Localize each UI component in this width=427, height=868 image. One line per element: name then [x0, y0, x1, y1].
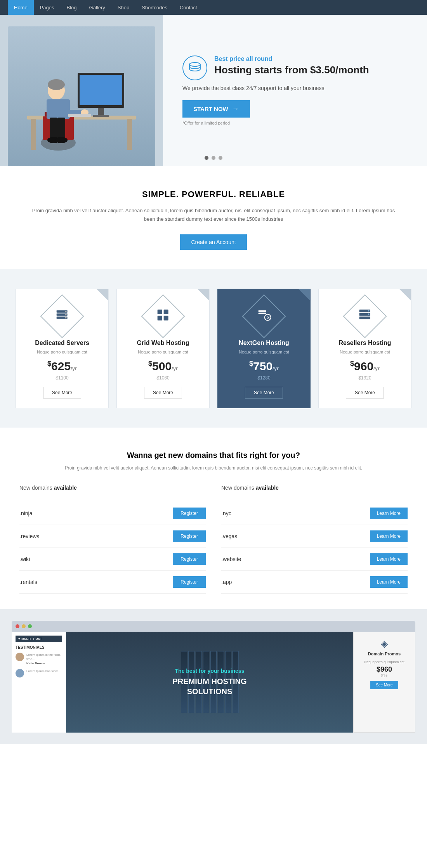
create-account-button[interactable]: Create an Account: [180, 234, 246, 250]
card-old-price: $1100: [24, 375, 101, 381]
svg-rect-1: [31, 119, 36, 150]
domain-row-reviews: .reviews Register: [19, 525, 206, 548]
nav-blog[interactable]: Blog: [61, 0, 83, 15]
domain-name: .reviews: [19, 533, 39, 539]
dedicated-server-icon: [40, 295, 84, 338]
side-domain-panel: ◈ Domain Promos Nequeporro quisquam est …: [353, 632, 415, 733]
see-more-button-resellers[interactable]: See More: [346, 387, 384, 398]
svg-rect-28: [164, 310, 168, 314]
hosting-card-dedicated: Dedicated Servers Neque porro quisquam e…: [16, 289, 109, 408]
svg-point-20: [189, 62, 200, 66]
svg-rect-5: [98, 108, 104, 116]
overlay-tagline: The best for your business: [172, 668, 246, 674]
nav-contact[interactable]: Contact: [174, 0, 203, 15]
svg-rect-12: [47, 99, 70, 119]
svg-text:G: G: [267, 315, 270, 320]
card-corner-accent: [97, 289, 108, 301]
domain-name: .app: [221, 579, 232, 585]
domains-right-col: New domains available .nyc Learn More .v…: [221, 485, 408, 594]
nav-home[interactable]: Home: [8, 0, 34, 15]
hosting-section: Dedicated Servers Neque porro quisquam e…: [0, 269, 427, 428]
see-more-button-nextgen[interactable]: See More: [245, 387, 283, 398]
domain-name: .rentals: [19, 579, 37, 585]
resellers-hosting-icon: [343, 295, 387, 338]
domain-name: .ninja: [19, 510, 32, 516]
preview-overlay: The best for your business PREMIUM HOSTI…: [172, 668, 246, 696]
domain-row-nyc: .nyc Learn More: [221, 502, 408, 525]
svg-rect-15: [68, 114, 91, 117]
hero-section: Best price all round Hosting starts from…: [0, 15, 427, 166]
svg-rect-30: [164, 316, 168, 321]
domains-subtext: Proin gravida nibh vel velit auctor aliq…: [19, 465, 408, 471]
register-button-reviews[interactable]: Register: [173, 530, 206, 542]
browser-maximize-dot: [28, 624, 32, 628]
side-panel-old-price: $1+: [381, 674, 388, 678]
nav-shortcodes[interactable]: Shortcodes: [135, 0, 174, 15]
learn-more-button-nyc[interactable]: Learn More: [370, 508, 408, 519]
domain-row-website: .website Learn More: [221, 548, 408, 571]
card-title: Grid Web Hosting: [125, 340, 201, 347]
see-more-button-dedicated[interactable]: See More: [43, 387, 81, 398]
overlay-title: PREMIUM HOSTING SOLUTIONS: [172, 676, 246, 696]
browser-bar: [12, 621, 415, 632]
domain-row-wiki: .wiki Register: [19, 548, 206, 571]
register-button-ninja[interactable]: Register: [173, 508, 206, 519]
hero-dot-3[interactable]: [219, 156, 222, 160]
card-corner-accent: [198, 289, 209, 301]
svg-rect-31: [259, 310, 266, 312]
domains-grid: New domains available .ninja Register .r…: [19, 485, 408, 594]
learn-more-button-app[interactable]: Learn More: [370, 576, 408, 588]
avatar-2: [16, 669, 24, 677]
domain-name: .website: [221, 556, 241, 562]
nav-pages[interactable]: Pages: [34, 0, 61, 15]
section-heading: SIMPLE. POWERFUL. RELIABLE: [31, 189, 396, 199]
nextgen-hosting-icon: G: [242, 295, 286, 338]
hosting-cards-grid: Dedicated Servers Neque porro quisquam e…: [12, 289, 415, 408]
see-more-button-grid[interactable]: See More: [144, 387, 182, 398]
nav-shop[interactable]: Shop: [111, 0, 135, 15]
grid-hosting-icon: [141, 295, 185, 338]
hosting-card-resellers: Resellers Hosting Neque porro quisquam e…: [318, 289, 411, 408]
hero-offer-note: *Offer for a limited period: [182, 121, 408, 125]
side-panel-button[interactable]: See More: [370, 681, 398, 689]
hosting-card-grid: Grid Web Hosting Neque porro quisquam es…: [116, 289, 210, 408]
testimonials-heading: TESTIMONIALS: [16, 645, 62, 650]
svg-rect-29: [158, 316, 162, 321]
side-panel-desc: Nequeporro quisquam est: [364, 660, 404, 664]
domain-promo-icon: ◈: [381, 638, 388, 649]
domains-right-header: New domains available: [221, 485, 408, 495]
card-old-price: $1280: [226, 375, 302, 381]
svg-rect-2: [127, 119, 132, 150]
svg-rect-17: [57, 118, 65, 139]
nav-gallery[interactable]: Gallery: [83, 0, 111, 15]
svg-rect-4: [80, 75, 122, 105]
learn-more-button-vegas[interactable]: Learn More: [370, 530, 408, 542]
register-button-wiki[interactable]: Register: [173, 553, 206, 565]
hero-dot-1[interactable]: [205, 156, 208, 160]
register-button-rentals[interactable]: Register: [173, 576, 206, 588]
domains-section: Wanna get new domains that fits right fo…: [0, 428, 427, 609]
svg-rect-37: [359, 317, 370, 319]
start-now-button[interactable]: START NOW →: [182, 100, 250, 118]
hero-tagline: Best price all round: [214, 55, 369, 62]
card-price: $750/yr: [226, 360, 302, 373]
side-panel-price: $960: [377, 665, 392, 674]
learn-more-button-website[interactable]: Learn More: [370, 553, 408, 565]
domain-row-ninja: .ninja Register: [19, 502, 206, 525]
hero-dot-2[interactable]: [212, 156, 215, 160]
browser-mockup: ✦ MULTI · HOST TESTIMONIALS Lorem Ipsum …: [12, 621, 415, 733]
mini-nav: ✦ MULTI · HOST: [16, 636, 62, 642]
testimonial-item-2: Lorem Ipsum has since...: [16, 669, 62, 677]
card-price: $960/yr: [326, 360, 403, 373]
card-corner-accent: [299, 289, 310, 301]
preview-section: ✦ MULTI · HOST TESTIMONIALS Lorem Ipsum …: [0, 609, 427, 744]
card-old-price: $1060: [125, 375, 201, 381]
simple-powerful-section: SIMPLE. POWERFUL. RELIABLE Proin gravida…: [0, 166, 427, 269]
svg-point-11: [48, 79, 65, 90]
avatar-1: [16, 653, 24, 661]
svg-point-19: [55, 137, 68, 143]
svg-rect-32: [259, 313, 266, 314]
testimonial-item-1: Lorem Ipsum is the folds, whe... Katie B…: [16, 653, 62, 665]
browser-left-panel: ✦ MULTI · HOST TESTIMONIALS Lorem Ipsum …: [12, 632, 66, 733]
card-price: $500/yr: [125, 360, 201, 373]
